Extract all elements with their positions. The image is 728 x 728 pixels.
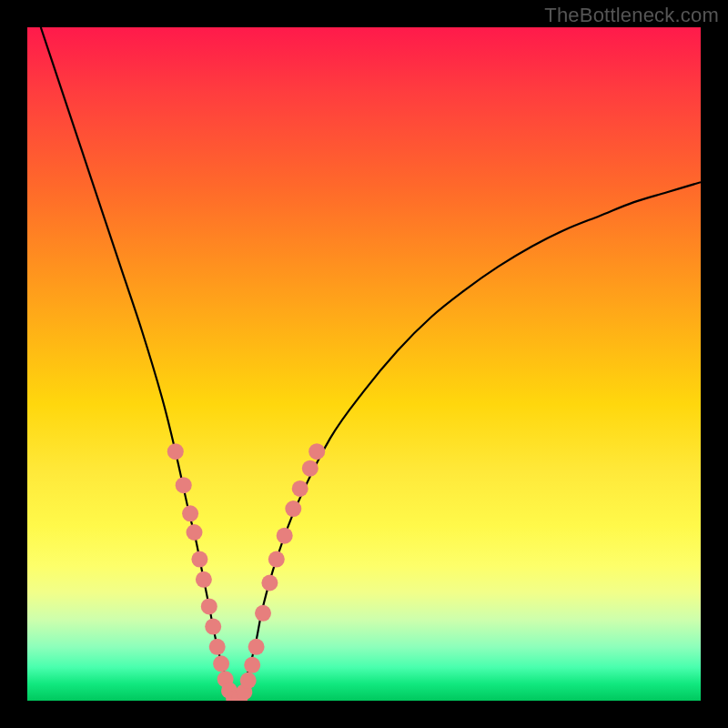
marker-dot	[209, 639, 226, 655]
marker-dot	[292, 480, 308, 497]
marker-dot	[213, 655, 229, 672]
chart-frame: TheBottleneck.com	[0, 0, 728, 728]
marker-dot	[191, 551, 207, 568]
bottleneck-curve	[41, 27, 701, 701]
plot-area	[27, 27, 701, 701]
marker-dot	[244, 657, 260, 673]
marker-dots	[167, 443, 325, 701]
marker-dot	[187, 524, 203, 541]
marker-dot	[255, 605, 271, 622]
marker-dot	[176, 477, 192, 493]
marker-dot	[302, 460, 318, 477]
marker-dot	[268, 551, 285, 568]
marker-dot	[201, 598, 217, 614]
marker-dot	[167, 443, 184, 460]
marker-dot	[248, 639, 265, 655]
marker-dot	[182, 505, 198, 521]
marker-dot	[261, 575, 278, 592]
marker-dot	[308, 443, 325, 460]
watermark-label: TheBottleneck.com	[544, 4, 719, 27]
chart-svg	[27, 27, 701, 701]
marker-dot	[240, 672, 257, 689]
marker-dot	[277, 528, 293, 544]
marker-dot	[205, 619, 221, 635]
marker-dot	[196, 571, 212, 588]
marker-dot	[285, 500, 301, 517]
